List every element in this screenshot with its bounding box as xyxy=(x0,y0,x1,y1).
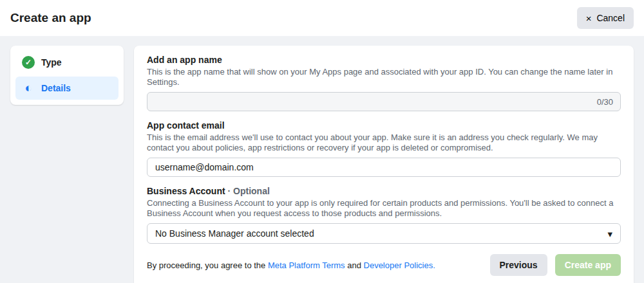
header: Create an app × Cancel xyxy=(0,0,644,36)
contact-email-section: App contact email This is the email addr… xyxy=(147,120,621,177)
step-details-label: Details xyxy=(41,83,71,93)
half-circle-icon: ◐ xyxy=(22,82,35,95)
business-account-label-text: Business Account xyxy=(147,186,225,196)
close-icon: × xyxy=(586,14,592,23)
step-type-label: Type xyxy=(41,57,62,68)
agreement-text: By proceeding, you agree to the Meta Pla… xyxy=(147,260,482,270)
content-area: ✓ Type ◐ Details Add an app name This is… xyxy=(0,36,644,283)
sidebar-item-details[interactable]: ◐ Details xyxy=(15,77,118,100)
developer-policies-link[interactable]: Developer Policies. xyxy=(364,260,435,270)
dropdown-selected-value: No Business Manager account selected xyxy=(155,228,314,239)
agreement-prefix: By proceeding, you agree to the xyxy=(147,260,268,270)
previous-button[interactable]: Previous xyxy=(490,254,547,276)
sidebar-item-type[interactable]: ✓ Type xyxy=(15,51,118,74)
app-name-input-wrap: 0/30 xyxy=(147,92,621,111)
business-account-help: Connecting a Business Account to your ap… xyxy=(147,198,621,219)
meta-platform-terms-link[interactable]: Meta Platform Terms xyxy=(268,260,345,270)
create-app-form: Add an app name This is the app name tha… xyxy=(134,46,634,283)
steps-sidebar: ✓ Type ◐ Details xyxy=(10,46,124,105)
chevron-down-icon: ▾ xyxy=(607,229,612,239)
contact-email-label: App contact email xyxy=(147,120,621,131)
agreement-middle: and xyxy=(345,260,364,270)
app-name-label: Add an app name xyxy=(147,55,621,66)
optional-label: · Optional xyxy=(228,186,270,196)
contact-email-input[interactable] xyxy=(147,158,621,177)
app-name-section: Add an app name This is the app name tha… xyxy=(147,55,621,111)
business-account-label: Business Account · Optional xyxy=(147,186,621,197)
business-account-dropdown[interactable]: No Business Manager account selected ▾ xyxy=(147,223,621,244)
contact-email-help: This is the email address we'll use to c… xyxy=(147,132,621,153)
business-account-section: Business Account · Optional Connecting a… xyxy=(147,186,621,244)
page-title: Create an app xyxy=(10,11,91,25)
cancel-button[interactable]: × Cancel xyxy=(577,7,634,29)
app-name-input[interactable] xyxy=(147,92,621,111)
create-app-button[interactable]: Create app xyxy=(555,254,621,276)
cancel-label: Cancel xyxy=(596,13,625,23)
check-icon: ✓ xyxy=(22,56,35,69)
app-name-help: This is the app name that will show on y… xyxy=(147,67,621,87)
form-footer: By proceeding, you agree to the Meta Pla… xyxy=(147,254,621,276)
